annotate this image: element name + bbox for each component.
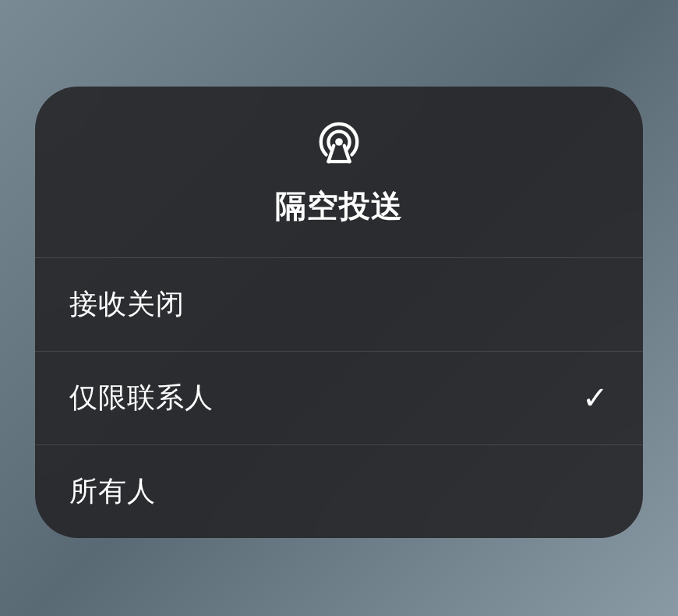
panel-header: 隔空投送 [35,87,643,258]
option-everyone[interactable]: 所有人 ✓ [35,445,643,538]
svg-point-0 [335,138,343,146]
option-label: 仅限联系人 [69,379,214,417]
option-receiving-off[interactable]: 接收关闭 ✓ [35,258,643,352]
checkmark-icon: ✓ [582,380,609,416]
option-contacts-only[interactable]: 仅限联系人 ✓ [35,352,643,445]
panel-title: 隔空投送 [275,185,403,228]
option-label: 接收关闭 [69,285,185,324]
airdrop-icon [315,118,363,166]
option-label: 所有人 [69,473,156,511]
airdrop-panel: 隔空投送 接收关闭 ✓ 仅限联系人 ✓ 所有人 ✓ [35,87,643,538]
